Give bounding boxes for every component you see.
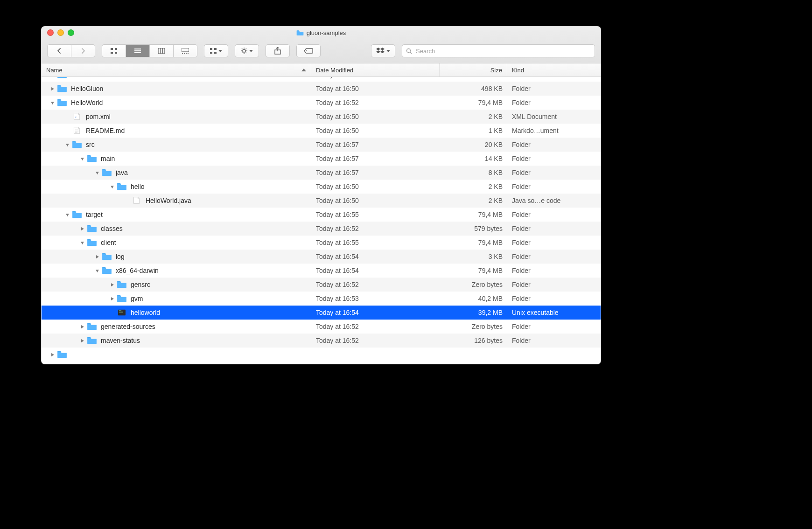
close-button[interactable]: [47, 29, 54, 36]
folder-icon: [102, 266, 112, 275]
group-by-button[interactable]: [204, 44, 228, 57]
icon-view-button[interactable]: [102, 44, 126, 57]
column-header-size[interactable]: Size: [440, 63, 507, 77]
file-row[interactable]: logToday at 16:543 KBFolder: [42, 250, 601, 264]
file-row[interactable]: clientToday at 16:5579,4 MBFolder: [42, 236, 601, 250]
file-row[interactable]: [42, 348, 601, 362]
file-kind: Folder: [507, 77, 601, 78]
disclosure-triangle-icon[interactable]: [80, 241, 85, 245]
file-kind: Folder: [507, 253, 601, 260]
svg-line-24: [242, 49, 243, 49]
file-row[interactable]: README.mdToday at 16:501 KBMarkdo…ument: [42, 124, 601, 138]
file-size: 579 bytes: [440, 225, 507, 232]
file-date: Today at 16:50: [311, 197, 440, 204]
minimize-button[interactable]: [57, 29, 64, 36]
disclosure-triangle-icon[interactable]: [80, 227, 85, 231]
list-view-button[interactable]: [126, 44, 150, 57]
folder-icon: [117, 294, 127, 303]
column-header-name[interactable]: Name: [42, 63, 311, 77]
file-kind: Java so…e code: [507, 197, 601, 204]
file-row[interactable]: HelloFXMLToday at 16:5013 KBFolder: [42, 77, 601, 82]
file-row[interactable]: gensrcToday at 16:52Zero bytesFolder: [42, 278, 601, 292]
file-row[interactable]: srcToday at 16:5720 KBFolder: [42, 138, 601, 152]
column-header-date[interactable]: Date Modified: [311, 63, 440, 77]
file-row[interactable]: HelloWorld.javaToday at 16:502 KBJava so…: [42, 194, 601, 208]
disclosure-triangle-icon[interactable]: [80, 325, 85, 329]
forward-button[interactable]: [71, 44, 95, 57]
file-row[interactable]: classesToday at 16:52579 bytesFolder: [42, 222, 601, 236]
file-row[interactable]: javaToday at 16:578 KBFolder: [42, 166, 601, 180]
disclosure-triangle-icon[interactable]: [95, 255, 100, 259]
file-name: HelloFXML: [71, 77, 103, 78]
disclosure-triangle-icon[interactable]: [110, 283, 115, 287]
gallery-view-button[interactable]: [174, 44, 197, 57]
file-kind: XML Document: [507, 113, 601, 120]
file-row[interactable]: mainToday at 16:5714 KBFolder: [42, 152, 601, 166]
file-size: 498 KB: [440, 85, 507, 92]
svg-rect-13: [186, 53, 187, 54]
file-row[interactable]: HelloGluonToday at 16:50498 KBFolder: [42, 82, 601, 96]
window-controls: [42, 29, 74, 36]
file-date: Today at 16:52: [311, 99, 440, 106]
disclosure-triangle-icon[interactable]: [95, 171, 100, 175]
folder-icon: [57, 98, 67, 107]
search-input[interactable]: [415, 47, 591, 55]
file-row[interactable]: targetToday at 16:5579,4 MBFolder: [42, 208, 601, 222]
disclosure-triangle-icon[interactable]: [95, 269, 100, 273]
file-size: 79,4 MB: [440, 211, 507, 218]
file-date: Today at 16:57: [311, 169, 440, 176]
column-view-button[interactable]: [150, 44, 174, 57]
search-field[interactable]: [402, 44, 595, 57]
file-kind: Folder: [507, 183, 601, 190]
file-name: src: [86, 141, 95, 148]
disclosure-triangle-icon[interactable]: [110, 297, 115, 301]
disclosure-triangle-icon[interactable]: [65, 213, 70, 217]
maximize-button[interactable]: [68, 29, 74, 36]
file-row[interactable]: maven-statusToday at 16:52126 bytesFolde…: [42, 334, 601, 348]
file-row[interactable]: helloToday at 16:502 KBFolder: [42, 180, 601, 194]
svg-rect-14: [188, 53, 189, 54]
action-menu-button[interactable]: [235, 44, 259, 57]
folder-icon: [72, 210, 82, 219]
disclosure-triangle-icon[interactable]: [80, 157, 85, 161]
folder-icon: [117, 182, 127, 191]
file-date: Today at 16:54: [311, 267, 440, 274]
file-row[interactable]: gvmToday at 16:5340,2 MBFolder: [42, 292, 601, 306]
file-kind: Folder: [507, 323, 601, 330]
file-row[interactable]: HelloWorldToday at 16:5279,4 MBFolder: [42, 96, 601, 110]
disclosure-triangle-icon[interactable]: [50, 101, 55, 105]
disclosure-triangle-icon[interactable]: [80, 339, 85, 343]
svg-rect-2: [111, 52, 113, 54]
file-list[interactable]: HelloFXMLToday at 16:5013 KBFolderHelloG…: [42, 77, 601, 364]
disclosure-triangle-icon[interactable]: [50, 353, 55, 357]
file-date: Today at 16:55: [311, 239, 440, 246]
folder-icon: [72, 140, 82, 149]
file-kind: Markdo…ument: [507, 127, 601, 134]
javafile-icon: [132, 196, 142, 205]
file-size: 2 KB: [440, 197, 507, 204]
disclosure-triangle-icon[interactable]: [110, 185, 115, 189]
file-kind: Folder: [507, 141, 601, 148]
file-name: HelloWorld: [71, 99, 103, 106]
column-header-kind[interactable]: Kind: [507, 63, 601, 77]
file-kind: Unix executable: [507, 309, 601, 316]
folder-icon: [117, 280, 127, 289]
disclosure-triangle-icon[interactable]: [50, 87, 55, 91]
share-button[interactable]: [266, 44, 290, 57]
file-size: Zero bytes: [440, 281, 507, 288]
file-row[interactable]: helloworldToday at 16:5439,2 MBUnix exec…: [42, 306, 601, 320]
navigation-group: [47, 44, 95, 57]
dropbox-button[interactable]: [371, 44, 395, 57]
folder-icon: [57, 77, 67, 79]
file-date: Today at 16:54: [311, 253, 440, 260]
file-row[interactable]: x86_64-darwinToday at 16:5479,4 MBFolder: [42, 264, 601, 278]
file-row[interactable]: xpom.xmlToday at 16:502 KBXML Document: [42, 110, 601, 124]
file-row[interactable]: generated-sourcesToday at 16:52Zero byte…: [42, 320, 601, 334]
file-size: 3 KB: [440, 253, 507, 260]
file-kind: Folder: [507, 211, 601, 218]
file-name: HelloGluon: [71, 85, 103, 92]
disclosure-triangle-icon[interactable]: [65, 143, 70, 147]
back-button[interactable]: [47, 44, 71, 57]
edit-tags-button[interactable]: [296, 44, 321, 57]
svg-rect-4: [134, 49, 141, 49]
